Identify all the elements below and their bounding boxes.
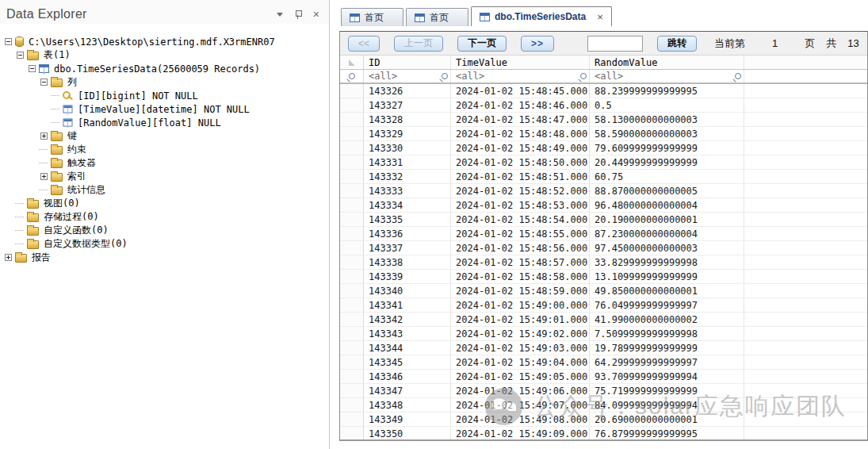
expander-icon[interactable] <box>17 52 24 59</box>
filter-cell-randomvalue[interactable]: <all> <box>590 70 744 83</box>
row-indicator-cell[interactable] <box>340 413 364 426</box>
table-row[interactable]: 143327 2024-01-02 15:48:46.000 0.5 <box>340 98 867 113</box>
cell-timevalue[interactable]: 2024-01-02 15:48:47.000 <box>451 113 590 126</box>
cell-id[interactable]: 143346 <box>364 370 451 383</box>
tab-close-icon[interactable]: × <box>597 11 603 23</box>
tree-node[interactable]: [RandomValue][float] NULL <box>5 116 329 129</box>
cell-id[interactable]: 143329 <box>364 127 451 140</box>
tree-node-label[interactable]: 报告 <box>32 251 51 264</box>
cell-timevalue[interactable]: 2024-01-02 15:49:06.000 <box>451 384 590 397</box>
table-row[interactable]: 143349 2024-01-02 15:49:08.000 20.690000… <box>340 413 867 427</box>
cell-timevalue[interactable]: 2024-01-02 15:48:57.000 <box>451 255 590 269</box>
cell-timevalue[interactable]: 2024-01-02 15:48:50.000 <box>451 155 590 169</box>
tree-node[interactable]: C:\Users\123\Desktop\sierting.mdf.X3rmEN… <box>5 35 329 48</box>
table-row[interactable]: 143338 2024-01-02 15:48:57.000 33.829999… <box>340 255 867 270</box>
table-row[interactable]: 143328 2024-01-02 15:48:47.000 58.130000… <box>340 113 867 127</box>
cell-timevalue[interactable]: 2024-01-02 15:48:45.000 <box>451 84 590 98</box>
cell-timevalue[interactable]: 2024-01-02 15:48:46.000 <box>451 98 590 112</box>
expander-icon[interactable] <box>52 92 59 99</box>
row-indicator-cell[interactable] <box>340 327 364 340</box>
filter-value[interactable]: <all> <box>369 71 397 82</box>
expander-icon[interactable] <box>17 213 24 221</box>
filter-value[interactable]: <all> <box>595 71 623 82</box>
table-row[interactable]: 143334 2024-01-02 15:48:53.000 96.480000… <box>340 198 867 213</box>
tree-node[interactable]: 报告 <box>5 251 329 264</box>
row-indicator-cell[interactable] <box>340 141 364 155</box>
table-row[interactable]: 143340 2024-01-02 15:48:59.000 49.850000… <box>340 284 867 298</box>
cell-id[interactable]: 143337 <box>364 241 451 255</box>
column-header-timevalue[interactable]: TimeValue <box>451 56 590 69</box>
expander-icon[interactable] <box>29 65 36 72</box>
expander-icon[interactable] <box>5 38 12 45</box>
row-indicator-cell[interactable] <box>340 98 364 112</box>
next-page-button[interactable]: 下一页 <box>457 36 507 52</box>
cell-randomvalue[interactable]: 0.5 <box>590 98 744 112</box>
cell-randomvalue[interactable]: 20.190000000000001 <box>590 213 744 226</box>
table-row[interactable]: 143337 2024-01-02 15:48:56.000 97.450000… <box>340 241 867 255</box>
cell-randomvalue[interactable]: 84.099999999999994 <box>590 398 744 412</box>
cell-timevalue[interactable]: 2024-01-02 15:48:59.000 <box>451 284 590 297</box>
tree-node[interactable]: [ID][bigint] NOT NULL <box>5 89 329 102</box>
cell-id[interactable]: 143330 <box>364 141 451 155</box>
expander-icon[interactable] <box>40 186 48 194</box>
tree-node[interactable]: 存储过程(0) <box>5 210 329 224</box>
cell-timevalue[interactable]: 2024-01-02 15:48:51.000 <box>451 170 590 183</box>
row-indicator-cell[interactable] <box>340 255 364 269</box>
cell-timevalue[interactable]: 2024-01-02 15:48:55.000 <box>451 227 590 240</box>
column-header-randomvalue[interactable]: RandomValue <box>590 56 744 69</box>
cell-randomvalue[interactable]: 49.850000000000001 <box>590 284 744 297</box>
cell-id[interactable]: 143340 <box>364 284 451 297</box>
cell-id[interactable]: 143336 <box>364 227 451 240</box>
cell-randomvalue[interactable]: 58.590000000000003 <box>590 127 744 140</box>
row-indicator-cell[interactable] <box>340 198 364 212</box>
cell-randomvalue[interactable]: 13.109999999999999 <box>590 270 744 283</box>
row-indicator-cell[interactable] <box>340 313 364 326</box>
expander-icon[interactable] <box>40 146 48 153</box>
cell-randomvalue[interactable]: 75.719999999999999 <box>590 384 744 397</box>
row-indicator-cell[interactable] <box>340 384 364 397</box>
tree-node[interactable]: 索引 <box>5 170 329 183</box>
cell-randomvalue[interactable]: 76.879999999999995 <box>590 427 744 439</box>
tree-node-label[interactable]: 表(1) <box>44 48 71 62</box>
tree-node-label[interactable]: 键 <box>67 129 77 143</box>
cell-randomvalue[interactable]: 96.480000000000004 <box>590 198 744 212</box>
cell-randomvalue[interactable]: 41.990000000000002 <box>590 313 744 326</box>
tree-node-label[interactable]: 触发器 <box>67 156 96 170</box>
cell-id[interactable]: 143331 <box>364 155 451 169</box>
cell-randomvalue[interactable]: 88.870000000000005 <box>590 184 744 198</box>
expander-icon[interactable] <box>40 79 48 86</box>
tree-node-label[interactable]: 统计信息 <box>67 183 105 197</box>
tree-node-label[interactable]: 自定义函数(0) <box>44 224 109 237</box>
cell-id[interactable]: 143343 <box>364 327 451 340</box>
row-indicator-cell[interactable] <box>340 341 364 355</box>
cell-randomvalue[interactable]: 7.5099999999999998 <box>590 327 744 340</box>
cell-randomvalue[interactable]: 58.130000000000003 <box>590 113 744 126</box>
tree-node-label[interactable]: 视图(0) <box>44 197 80 210</box>
tab-label[interactable]: dbo.TimeSeriesData <box>495 11 586 22</box>
table-row[interactable]: 143345 2024-01-02 15:49:04.000 64.299999… <box>340 355 867 370</box>
pin-icon[interactable] <box>294 10 302 20</box>
document-tab[interactable]: dbo.TimeSeriesData × <box>471 6 612 26</box>
cell-timevalue[interactable]: 2024-01-02 15:48:52.000 <box>451 184 590 198</box>
cell-randomvalue[interactable]: 19.789999999999999 <box>590 341 744 355</box>
page-number-input[interactable] <box>587 36 643 52</box>
cell-timevalue[interactable]: 2024-01-02 15:49:03.000 <box>451 341 590 355</box>
cell-id[interactable]: 143341 <box>364 298 451 312</box>
tree-node[interactable]: [TimeValue][datetime] NOT NULL <box>5 102 329 116</box>
cell-randomvalue[interactable]: 97.450000000000003 <box>590 241 744 255</box>
cell-timevalue[interactable]: 2024-01-02 15:49:08.000 <box>451 413 590 426</box>
jump-button[interactable]: 跳转 <box>657 36 697 52</box>
cell-timevalue[interactable]: 2024-01-02 15:48:53.000 <box>451 198 590 212</box>
cell-randomvalue[interactable]: 20.449999999999999 <box>590 155 744 169</box>
cell-randomvalue[interactable]: 20.690000000000001 <box>590 413 744 426</box>
tree-node-label[interactable]: C:\Users\123\Desktop\sierting.mdf.X3rmEN… <box>29 36 275 48</box>
cell-id[interactable]: 143348 <box>364 398 451 412</box>
tree-node-label[interactable]: [ID][bigint] NOT NULL <box>78 90 198 102</box>
table-row[interactable]: 143348 2024-01-02 15:49:07.000 84.099999… <box>340 398 867 413</box>
row-indicator-cell[interactable] <box>340 427 364 439</box>
row-indicator-cell[interactable] <box>340 370 364 383</box>
row-indicator-cell[interactable] <box>340 227 364 240</box>
cell-timevalue[interactable]: 2024-01-02 15:49:02.000 <box>451 327 590 340</box>
expander-icon[interactable] <box>17 227 24 234</box>
cell-id[interactable]: 143350 <box>364 427 451 439</box>
